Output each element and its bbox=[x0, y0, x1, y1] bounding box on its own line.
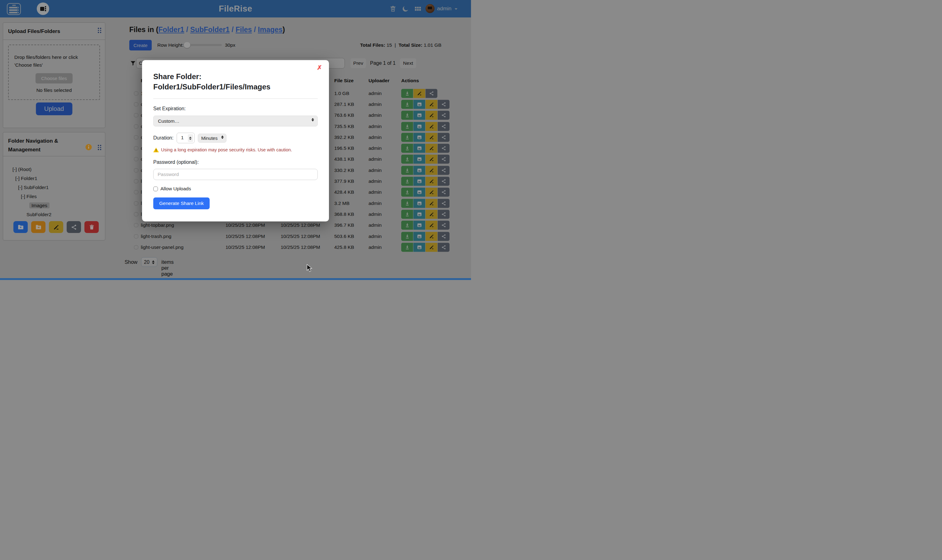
allow-uploads-row: Allow Uploads bbox=[153, 186, 318, 192]
expiration-label: Set Expiration: bbox=[153, 106, 318, 111]
modal-divider bbox=[153, 98, 318, 99]
warning-icon: ! bbox=[153, 148, 159, 152]
share-folder-modal: ✗ Share Folder: Folder1/SubFolder1/Files… bbox=[142, 60, 329, 222]
password-input[interactable]: Password bbox=[153, 169, 318, 180]
allow-uploads-checkbox[interactable] bbox=[153, 186, 158, 191]
duration-row: Duration: 1 Minutes bbox=[153, 133, 318, 143]
generate-share-link-button[interactable]: Generate Share Link bbox=[153, 197, 209, 209]
select-arrows-icon bbox=[311, 118, 314, 122]
filerise-app: FileRise admin Upload Files/Folders bbox=[0, 0, 471, 280]
select-arrows-icon bbox=[221, 135, 224, 139]
duration-value-input[interactable]: 1 bbox=[177, 133, 195, 143]
modal-title: Share Folder: Folder1/SubFolder1/Files/I… bbox=[153, 71, 318, 92]
duration-label: Duration: bbox=[153, 135, 174, 141]
number-stepper-icon[interactable] bbox=[188, 134, 193, 142]
duration-unit-select[interactable]: Minutes bbox=[198, 134, 227, 143]
close-icon[interactable]: ✗ bbox=[317, 64, 322, 71]
allow-uploads-label: Allow Uploads bbox=[160, 186, 191, 192]
expiration-select[interactable]: Custom… bbox=[153, 115, 318, 126]
expiration-warning: ! Using a long expiration may pose secur… bbox=[153, 147, 318, 152]
password-label: Password (optional): bbox=[153, 160, 318, 165]
footer-bar bbox=[0, 278, 471, 280]
